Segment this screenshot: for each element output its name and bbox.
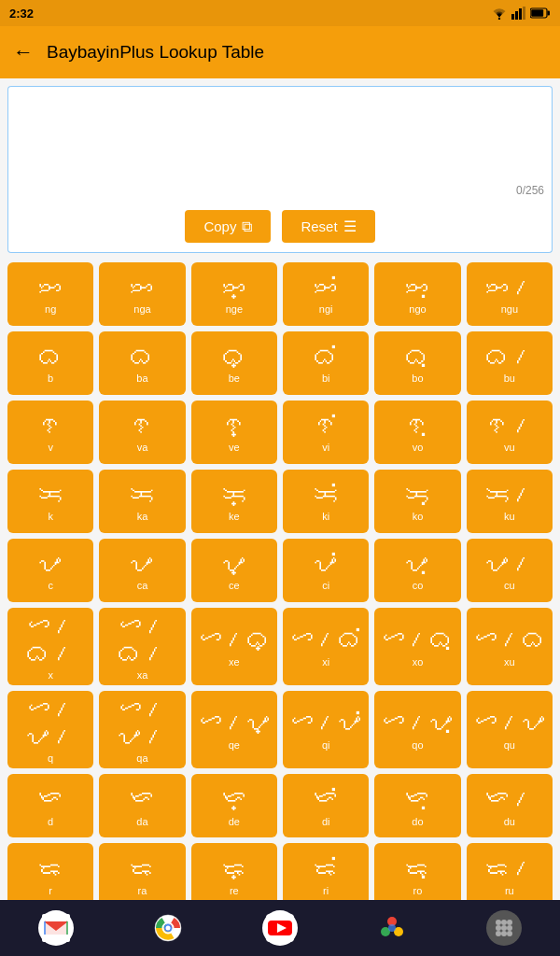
char-symbol: ᜊ: [130, 344, 154, 371]
char-cell-vo[interactable]: ᜈᜓvo: [374, 401, 460, 464]
char-symbol: ᜍ᜔: [222, 855, 246, 882]
char-cell-ngi[interactable]: ᜅᜒngi: [283, 262, 369, 326]
char-cell-xa[interactable]: ᜑ᜵ᜊ᜵xa: [99, 608, 185, 685]
char-cell-ri[interactable]: ᜍᜒri: [283, 843, 369, 907]
char-cell-ro[interactable]: ᜍᜓro: [374, 843, 460, 907]
char-cell-co[interactable]: ᜌᜓco: [374, 539, 460, 602]
char-label: vi: [322, 442, 329, 453]
char-label: be: [229, 373, 240, 384]
char-cell-qi[interactable]: ᜑ᜵ᜌᜒqi: [283, 691, 369, 768]
char-cell-ngu[interactable]: ᜅ᜵ngu: [467, 262, 553, 326]
char-symbol: ᜑ᜵ᜊᜒ: [289, 626, 362, 654]
char-cell-ve[interactable]: ᜈ᜔ve: [191, 401, 277, 464]
char-symbol: ᜃ: [38, 482, 63, 509]
char-symbol: ᜑ᜵ᜊ᜵: [101, 613, 183, 667]
char-cell-cu[interactable]: ᜌ᜵cu: [467, 539, 553, 602]
char-cell-ci[interactable]: ᜌᜒci: [283, 539, 369, 602]
char-cell-v[interactable]: ᜈv: [7, 401, 93, 464]
char-cell-nga[interactable]: ᜅnga: [99, 262, 185, 326]
char-cell-di[interactable]: ᜇᜒdi: [283, 774, 369, 837]
char-cell-vu[interactable]: ᜈ᜵vu: [467, 401, 553, 464]
svg-point-26: [496, 925, 501, 931]
char-cell-xi[interactable]: ᜑ᜵ᜊᜒxi: [283, 608, 369, 685]
text-input[interactable]: [18, 96, 542, 190]
svg-rect-2: [515, 11, 518, 20]
char-cell-q[interactable]: ᜑ᜵ᜌ᜵q: [7, 691, 93, 768]
char-symbol: ᜇ᜵: [485, 786, 534, 813]
char-symbol: ᜍ: [38, 855, 63, 882]
reset-button[interactable]: Reset ☰: [282, 210, 374, 243]
char-count: 0/256: [516, 184, 544, 197]
char-cell-k[interactable]: ᜃk: [7, 470, 93, 533]
char-symbol: ᜅ᜔: [222, 274, 246, 302]
char-cell-r[interactable]: ᜍr: [7, 843, 93, 907]
char-cell-b[interactable]: ᜊb: [7, 331, 93, 395]
char-cell-ra[interactable]: ᜍra: [99, 843, 185, 907]
gmail-icon[interactable]: [38, 910, 74, 946]
status-time: 2:32: [9, 7, 34, 21]
youtube-icon[interactable]: [262, 910, 298, 946]
char-label: qi: [322, 739, 330, 751]
char-symbol: ᜌ᜔: [222, 551, 246, 578]
char-cell-ku[interactable]: ᜃ᜵ku: [467, 470, 553, 533]
char-cell-xo[interactable]: ᜑ᜵ᜊᜓxo: [374, 608, 460, 685]
char-cell-ka[interactable]: ᜃka: [99, 470, 185, 533]
svg-point-27: [501, 925, 507, 931]
char-cell-bi[interactable]: ᜊᜒbi: [283, 331, 369, 395]
char-cell-qe[interactable]: ᜑ᜵ᜌ᜔qe: [191, 691, 277, 768]
char-label: ng: [45, 303, 56, 315]
char-symbol: ᜅᜓ: [405, 274, 429, 302]
char-cell-ke[interactable]: ᜃ᜔ke: [191, 470, 277, 533]
copy-button[interactable]: Copy ⧉: [185, 210, 271, 243]
char-cell-du[interactable]: ᜇ᜵du: [467, 774, 553, 837]
char-cell-vi[interactable]: ᜈᜒvi: [283, 401, 369, 464]
char-cell-d[interactable]: ᜇd: [7, 774, 93, 837]
char-cell-ngo[interactable]: ᜅᜓngo: [374, 262, 460, 326]
char-cell-de[interactable]: ᜇ᜔de: [191, 774, 277, 837]
char-label: qe: [229, 739, 240, 751]
back-button[interactable]: ←: [13, 40, 34, 64]
char-cell-ce[interactable]: ᜌ᜔ce: [191, 539, 277, 602]
char-label: ka: [137, 511, 148, 522]
char-cell-qa[interactable]: ᜑ᜵ᜌ᜵qa: [99, 691, 185, 768]
more-apps-icon[interactable]: [486, 910, 522, 946]
char-symbol: ᜑ᜵ᜌ᜔: [198, 710, 271, 737]
char-cell-ng[interactable]: ᜅng: [7, 262, 93, 326]
char-symbol: ᜊ᜔: [222, 344, 246, 371]
char-cell-da[interactable]: ᜇda: [99, 774, 185, 837]
char-symbol: ᜈᜒ: [314, 413, 338, 440]
char-label: vu: [504, 442, 515, 453]
char-cell-do[interactable]: ᜇᜓdo: [374, 774, 460, 837]
char-label: ci: [322, 580, 329, 591]
char-cell-bu[interactable]: ᜊ᜵bu: [467, 331, 553, 395]
char-cell-xe[interactable]: ᜑ᜵ᜊ᜔xe: [191, 608, 277, 685]
char-cell-qu[interactable]: ᜑ᜵ᜌqu: [467, 691, 553, 768]
char-label: ngi: [319, 303, 333, 315]
char-cell-va[interactable]: ᜈva: [99, 401, 185, 464]
char-cell-c[interactable]: ᜌc: [7, 539, 93, 602]
char-cell-xu[interactable]: ᜑ᜵ᜊxu: [467, 608, 553, 685]
char-label: r: [49, 885, 52, 896]
char-cell-qo[interactable]: ᜑ᜵ᜌᜓqo: [374, 691, 460, 768]
char-cell-x[interactable]: ᜑ᜵ᜊ᜵x: [7, 608, 93, 685]
char-symbol: ᜃ᜔: [222, 482, 246, 509]
char-label: ki: [322, 511, 329, 522]
char-cell-be[interactable]: ᜊ᜔be: [191, 331, 277, 395]
char-cell-ko[interactable]: ᜃᜓko: [374, 470, 460, 533]
char-symbol: ᜌ: [38, 551, 63, 578]
char-cell-ca[interactable]: ᜌca: [99, 539, 185, 602]
text-input-area[interactable]: 0/256: [7, 86, 553, 203]
char-label: bu: [504, 373, 515, 384]
char-symbol: ᜊ: [38, 344, 63, 371]
char-symbol: ᜅ: [130, 274, 154, 302]
chrome-icon[interactable]: [150, 910, 186, 946]
char-cell-re[interactable]: ᜍ᜔re: [191, 843, 277, 907]
char-cell-bo[interactable]: ᜊᜓbo: [374, 331, 460, 395]
char-cell-ba[interactable]: ᜊba: [99, 331, 185, 395]
svg-point-24: [501, 920, 507, 925]
char-cell-ru[interactable]: ᜍ᜵ru: [467, 843, 553, 907]
char-cell-nge[interactable]: ᜅ᜔nge: [191, 262, 277, 326]
toolbar-title: BaybayinPlus Lookup Table: [47, 42, 264, 63]
photos-icon[interactable]: [374, 910, 410, 946]
char-cell-ki[interactable]: ᜃᜒki: [283, 470, 369, 533]
